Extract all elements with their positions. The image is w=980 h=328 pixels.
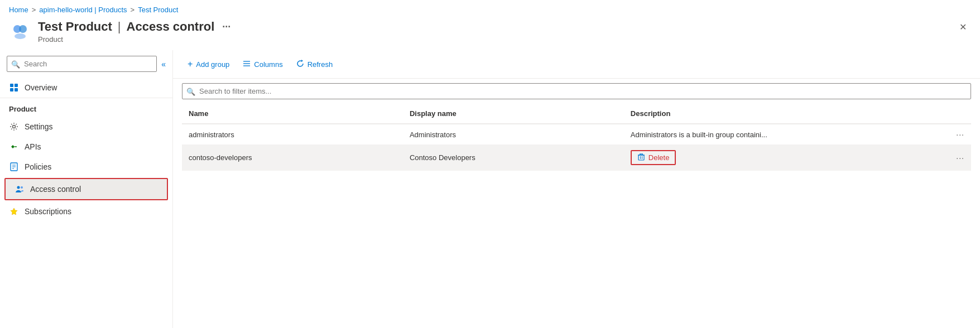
col-header-actions <box>924 104 971 124</box>
columns-label: Columns <box>254 60 282 69</box>
columns-icon <box>243 60 251 69</box>
svg-point-2 <box>15 33 26 39</box>
sidebar-item-overview-label: Overview <box>25 83 57 92</box>
policies-icon <box>9 162 19 172</box>
svg-rect-5 <box>10 88 13 91</box>
svg-point-7 <box>13 126 16 128</box>
cell-display-name: Contoso Developers <box>403 144 624 171</box>
breadcrumb-apim[interactable]: apim-hello-world | Products <box>39 6 127 14</box>
refresh-button[interactable]: Refresh <box>291 56 339 73</box>
product-icon <box>9 21 31 43</box>
row-more-btn[interactable]: ··· <box>956 130 964 139</box>
page-title-section: Access control <box>127 20 215 34</box>
cell-actions: ··· <box>924 124 971 144</box>
subscriptions-icon <box>9 206 19 216</box>
svg-point-1 <box>19 25 27 33</box>
sidebar-item-overview[interactable]: Overview <box>0 78 172 98</box>
breadcrumb-product[interactable]: Test Product <box>138 6 178 14</box>
toolbar: + Add group Columns Refresh <box>173 50 980 79</box>
sidebar-item-apis-label: APIs <box>25 142 41 151</box>
sidebar-item-subscriptions[interactable]: Subscriptions <box>0 201 172 221</box>
delete-button[interactable]: Delete <box>631 150 676 165</box>
refresh-icon <box>296 60 304 69</box>
col-header-display-name: Display name <box>403 104 624 124</box>
sidebar-item-policies-label: Policies <box>25 162 51 171</box>
cell-name: administrators <box>182 124 403 144</box>
overview-icon <box>9 83 19 93</box>
svg-rect-3 <box>10 84 13 87</box>
row-more-btn-2[interactable]: ··· <box>956 153 964 162</box>
close-button[interactable]: ✕ <box>955 20 971 35</box>
header-more-btn[interactable]: ··· <box>222 21 230 33</box>
sidebar-search-icon: 🔍 <box>11 60 20 68</box>
table-container: Name Display name Description administra… <box>173 104 980 328</box>
breadcrumb-home[interactable]: Home <box>9 6 28 14</box>
add-group-label: Add group <box>196 60 229 69</box>
columns-button[interactable]: Columns <box>237 56 288 73</box>
filter-search-icon: 🔍 <box>186 87 195 95</box>
sidebar-item-apis[interactable]: APIs <box>0 137 172 157</box>
add-group-button[interactable]: + Add group <box>182 56 235 73</box>
filter-input[interactable] <box>182 83 971 99</box>
delete-label: Delete <box>648 153 670 162</box>
svg-rect-4 <box>15 84 18 87</box>
sidebar-item-access-control[interactable]: Access control <box>6 179 167 199</box>
svg-point-12 <box>17 186 20 189</box>
apis-icon <box>9 142 19 152</box>
sidebar-search-input[interactable] <box>7 56 157 72</box>
page-title-product: Test Product <box>38 20 112 34</box>
access-control-icon <box>15 184 25 194</box>
sidebar-item-subscriptions-label: Subscriptions <box>25 207 71 216</box>
sidebar: 🔍 « Overview Product Settings APIs <box>0 50 173 328</box>
settings-icon <box>9 122 19 132</box>
sidebar-section-product: Product <box>0 98 172 117</box>
add-icon: + <box>188 59 193 69</box>
sidebar-item-access-control-label: Access control <box>30 185 81 194</box>
svg-marker-18 <box>301 60 303 62</box>
refresh-label: Refresh <box>308 60 333 69</box>
main-content: + Add group Columns Refresh 🔍 <box>173 50 980 328</box>
svg-marker-14 <box>11 208 17 215</box>
title-separator: | <box>118 20 121 34</box>
cell-actions: ··· <box>924 144 971 171</box>
col-header-name: Name <box>182 104 403 124</box>
table-row: administrators Administrators Administra… <box>182 124 971 144</box>
breadcrumb: Home > apim-hello-world | Products > Tes… <box>0 0 980 17</box>
header-subtitle: Product <box>38 35 230 44</box>
sidebar-active-access-control-border: Access control <box>4 178 168 200</box>
sidebar-item-settings[interactable]: Settings <box>0 117 172 137</box>
filter-bar: 🔍 <box>173 79 980 104</box>
sidebar-item-policies[interactable]: Policies <box>0 157 172 177</box>
svg-point-13 <box>21 186 23 189</box>
sidebar-item-settings-label: Settings <box>25 122 53 131</box>
groups-table: Name Display name Description administra… <box>182 104 971 171</box>
col-header-description: Description <box>624 104 924 124</box>
cell-description: Delete <box>624 144 924 171</box>
breadcrumb-sep-1: > <box>32 6 36 14</box>
delete-icon <box>637 153 645 162</box>
cell-name: contoso-developers <box>182 144 403 171</box>
svg-rect-19 <box>638 155 644 160</box>
breadcrumb-sep-2: > <box>131 6 135 14</box>
cell-description: Administrators is a built-in group conta… <box>624 124 924 144</box>
cell-display-name: Administrators <box>403 124 624 144</box>
svg-rect-6 <box>15 88 18 91</box>
sidebar-collapse-btn[interactable]: « <box>161 60 166 69</box>
table-row: contoso-developers Contoso Developers <box>182 144 971 171</box>
